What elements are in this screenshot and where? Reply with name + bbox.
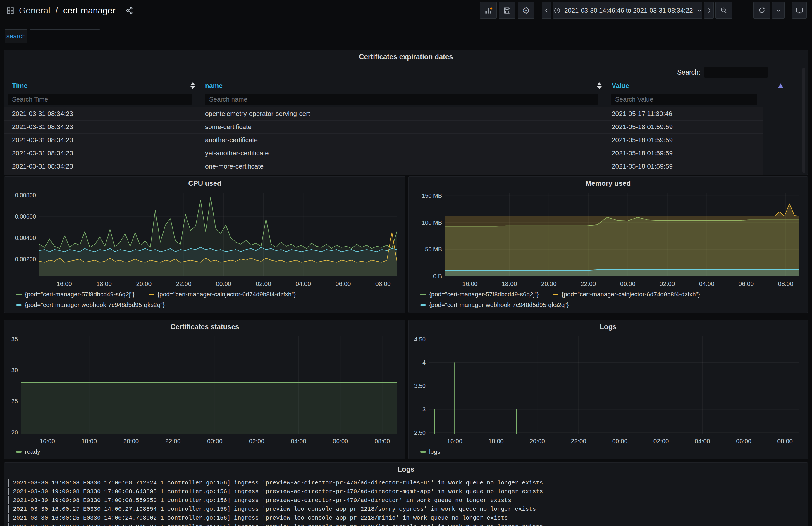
- chevron-down-icon: [775, 8, 781, 13]
- grafana-dashboard: General / cert-manager ⚙: [0, 0, 812, 526]
- table-cell-name: another-certificate: [200, 134, 607, 147]
- legend-series-swatch: [420, 451, 426, 453]
- time-range-back-button[interactable]: [542, 2, 551, 19]
- panel-title[interactable]: Certificates statuses: [4, 320, 405, 334]
- filter-time-input[interactable]: [8, 94, 192, 105]
- legend-item[interactable]: {pod="cert-manager-webhook-7c948d5d95-qk…: [420, 301, 569, 308]
- table-body: 2021-03-31 08:34:23opentelemetry-operato…: [4, 107, 763, 175]
- table-cell-time: 2021-03-31 08:34:23: [4, 147, 200, 160]
- legend-series-swatch: [16, 451, 21, 453]
- divider: [7, 92, 762, 92]
- legend-item[interactable]: {pod="cert-manager-cainjector-6d74d9b8f4…: [553, 291, 700, 298]
- legend-item[interactable]: {pod="cert-manager-webhook-7c948d5d95-qk…: [16, 301, 165, 308]
- log-line: 2021-03-30 16:00:25 E0330 14:00:24.79890…: [8, 513, 808, 522]
- legend-series-label: ready: [25, 448, 40, 455]
- table-cell-value: 2021-05-18 01:59:59: [607, 147, 763, 160]
- column-header-value[interactable]: Value: [607, 80, 763, 91]
- svg-text:30: 30: [11, 367, 18, 373]
- share-icon[interactable]: [125, 6, 133, 15]
- legend-series-swatch: [16, 304, 21, 306]
- legend-item[interactable]: {pod="cert-manager-cainjector-6d74d9b8f4…: [149, 291, 296, 298]
- filter-value-input[interactable]: [611, 94, 757, 105]
- table-row: 2021-03-31 08:34:23yet-another-certifica…: [4, 147, 763, 160]
- svg-text:08:00: 08:00: [777, 438, 793, 444]
- panel-certificates-statuses: Certificates statuses 16:0018:0020:0022:…: [4, 320, 405, 459]
- table-search-label: Search:: [677, 69, 700, 76]
- log-line: 2021-03-30 19:00:08 E0330 17:00:08.71292…: [8, 478, 808, 487]
- gear-icon: ⚙: [522, 6, 530, 15]
- panel-title[interactable]: Logs: [4, 463, 808, 476]
- svg-text:16:00: 16:00: [56, 280, 72, 287]
- sort-icon[interactable]: [190, 83, 195, 89]
- breadcrumb-page-title[interactable]: cert-manager: [63, 5, 115, 15]
- svg-text:18:00: 18:00: [96, 280, 112, 287]
- svg-text:3: 3: [422, 406, 425, 412]
- svg-text:22:00: 22:00: [581, 280, 596, 287]
- search-variable-button[interactable]: search: [5, 29, 28, 43]
- panel-cpu-used: CPU used 16:0018:0020:0022:0000:0002:000…: [4, 176, 405, 313]
- legend-item[interactable]: ready: [16, 448, 40, 455]
- svg-text:20:00: 20:00: [541, 280, 557, 287]
- svg-text:3.50: 3.50: [414, 383, 425, 389]
- table-cell-name: webhook-cert: [200, 173, 607, 175]
- panel-title[interactable]: Certificates expiration dates: [4, 50, 808, 63]
- log-line: 2021-03-30 16:00:27 E0330 14:00:27.19885…: [8, 505, 808, 513]
- svg-text:04:00: 04:00: [291, 438, 306, 444]
- cpu-legend: {pod="cert-manager-57f8dbcd49-s6q2j"}{po…: [16, 291, 405, 308]
- breadcrumb-separator: /: [56, 5, 58, 15]
- legend-series-label: {pod="cert-manager-webhook-7c948d5d95-qk…: [25, 301, 165, 308]
- dashboards-grid-icon[interactable]: [6, 7, 14, 15]
- panel-title[interactable]: Logs: [409, 320, 808, 334]
- svg-text:2.50: 2.50: [414, 429, 425, 436]
- legend-item[interactable]: logs: [420, 448, 440, 455]
- zoom-out-time-button[interactable]: [715, 2, 732, 19]
- panel-title[interactable]: CPU used: [4, 177, 405, 190]
- legend-series-swatch: [149, 294, 154, 295]
- table-row: 2021-03-31 08:34:23webhook-cert2021-05-1…: [4, 173, 763, 175]
- legend-series-label: {pod="cert-manager-cainjector-6d74d9b8f4…: [562, 291, 700, 298]
- svg-text:20:00: 20:00: [530, 438, 545, 444]
- sort-ascending-icon[interactable]: [778, 83, 784, 88]
- log-line: 2021-03-30 19:00:08 E0330 17:00:08.64389…: [8, 487, 808, 496]
- refresh-button[interactable]: [754, 2, 770, 19]
- svg-text:22:00: 22:00: [176, 280, 192, 287]
- time-range-picker[interactable]: 2021-03-30 14:46:46 to 2021-03-31 08:34:…: [553, 2, 702, 19]
- search-variable-input[interactable]: [30, 29, 100, 43]
- cpu-chart[interactable]: 16:0018:0020:0022:0000:0002:0004:0006:00…: [7, 190, 401, 290]
- legend-series-label: {pod="cert-manager-57f8dbcd49-s6q2j"}: [429, 291, 539, 298]
- dashboard-settings-button[interactable]: ⚙: [518, 2, 534, 19]
- legend-series-label: logs: [429, 448, 440, 455]
- cycle-view-mode-button[interactable]: [792, 2, 807, 19]
- table-cell-value: 2021-05-18 01:59:59: [607, 160, 763, 173]
- table-row: 2021-03-31 08:34:23some-certificate2021-…: [4, 120, 763, 134]
- save-dashboard-button[interactable]: [499, 2, 516, 19]
- svg-text:16:00: 16:00: [447, 438, 462, 444]
- breadcrumb-section[interactable]: General: [19, 5, 50, 15]
- column-header-name[interactable]: name: [200, 80, 607, 91]
- table-scrollbar[interactable]: [802, 68, 805, 173]
- svg-text:0.00600: 0.00600: [15, 213, 36, 220]
- sort-icon[interactable]: [597, 83, 602, 89]
- add-panel-button[interactable]: [480, 2, 497, 19]
- time-range-forward-button[interactable]: [704, 2, 714, 19]
- svg-text:02:00: 02:00: [653, 438, 669, 444]
- log-level-bar: [8, 523, 9, 526]
- memory-legend: {pod="cert-manager-57f8dbcd49-s6q2j"}{po…: [420, 291, 808, 308]
- panel-title[interactable]: Memory used: [409, 177, 808, 190]
- refresh-interval-dropdown[interactable]: [772, 2, 784, 19]
- svg-text:04:00: 04:00: [699, 280, 715, 287]
- svg-text:18:00: 18:00: [502, 280, 517, 287]
- logs-graph-chart[interactable]: 16:0018:0020:0022:0000:0002:0004:0006:00…: [411, 334, 803, 447]
- panel-logs-graph: Logs 16:0018:0020:0022:0000:0002:0004:00…: [408, 320, 808, 459]
- legend-item[interactable]: {pod="cert-manager-57f8dbcd49-s6q2j"}: [16, 291, 134, 298]
- svg-text:4.50: 4.50: [414, 336, 425, 342]
- svg-text:08:00: 08:00: [375, 438, 390, 444]
- column-header-time[interactable]: Time: [4, 80, 200, 91]
- statuses-chart[interactable]: 16:0018:0020:0022:0000:0002:0004:0006:00…: [7, 334, 401, 447]
- memory-chart[interactable]: 16:0018:0020:0022:0000:0002:0004:0006:00…: [411, 190, 803, 290]
- table-search-input[interactable]: [704, 67, 768, 77]
- svg-text:18:00: 18:00: [488, 438, 504, 444]
- svg-text:08:00: 08:00: [778, 280, 794, 287]
- filter-name-input[interactable]: [205, 94, 598, 105]
- legend-item[interactable]: {pod="cert-manager-57f8dbcd49-s6q2j"}: [420, 291, 539, 298]
